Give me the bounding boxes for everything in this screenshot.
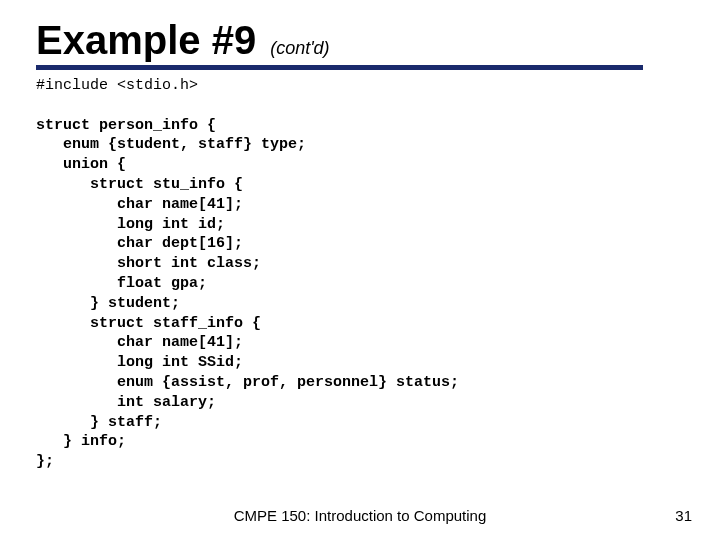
- code-line: int salary;: [36, 394, 216, 411]
- code-line: struct stu_info {: [36, 176, 243, 193]
- code-line: union {: [36, 156, 126, 173]
- slide: Example #9 (cont'd) #include <stdio.h> s…: [0, 0, 720, 540]
- footer-page-number: 31: [675, 507, 692, 524]
- code-line: short int class;: [36, 255, 261, 272]
- code-line: staff: [108, 414, 153, 431]
- code-line: long int SSid;: [36, 354, 243, 371]
- code-line: }: [36, 295, 108, 312]
- code-line: ;: [153, 414, 162, 431]
- code-line: enum {student, staff}: [36, 136, 261, 153]
- code-line: ;: [171, 295, 180, 312]
- title-underline: [36, 65, 643, 70]
- code-line: long int id;: [36, 216, 225, 233]
- slide-title: Example #9: [36, 18, 256, 63]
- code-line: }: [36, 414, 108, 431]
- code-line: struct person_info {: [36, 117, 216, 134]
- code-line: char dept[16];: [36, 235, 243, 252]
- code-line: status: [396, 374, 450, 391]
- code-line: ;: [450, 374, 459, 391]
- code-line: type: [261, 136, 297, 153]
- code-block: #include <stdio.h> struct person_info { …: [36, 76, 684, 472]
- code-line: student: [108, 295, 171, 312]
- code-line: }: [36, 433, 81, 450]
- code-line: <stdio.h>: [117, 77, 198, 94]
- slide-subtitle: (cont'd): [270, 38, 329, 59]
- code-line: #include: [36, 77, 117, 94]
- code-line: char name[41];: [36, 334, 243, 351]
- code-line: ;: [297, 136, 306, 153]
- code-line: float gpa;: [36, 275, 207, 292]
- footer-course: CMPE 150: Introduction to Computing: [0, 507, 720, 524]
- title-row: Example #9 (cont'd): [36, 18, 684, 63]
- code-line: struct staff_info {: [36, 315, 261, 332]
- code-line: };: [36, 453, 54, 470]
- code-line: ;: [117, 433, 126, 450]
- code-line: char name[41];: [36, 196, 243, 213]
- code-line: enum {assist, prof, personnel}: [36, 374, 396, 391]
- code-line: info: [81, 433, 117, 450]
